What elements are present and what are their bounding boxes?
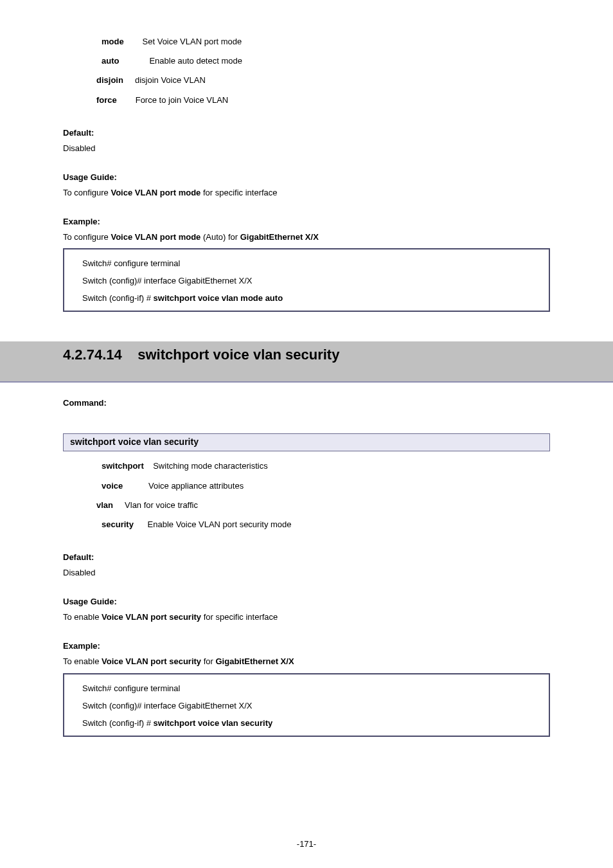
bold-text: GigabitEthernet X/X [215, 656, 294, 666]
code-bold: switchport voice vlan security [154, 718, 273, 728]
syntax-keyword: mode [102, 37, 124, 46]
syntax-line: switchport Switching mode characteristic… [102, 460, 550, 472]
syntax-desc: Set Voice VLAN port mode [124, 37, 242, 46]
syntax-desc: Vlan for voice traffic [113, 500, 198, 510]
syntax-keyword: auto [102, 56, 119, 66]
code-line: Switch (config)# interface GigabitEthern… [82, 701, 531, 710]
syntax-line: mode Set Voice VLAN port mode [102, 36, 550, 48]
text: To configure [63, 188, 111, 197]
usage-text: To configure Voice VLAN port mode for sp… [63, 187, 550, 199]
text: for specific interface [201, 612, 278, 622]
code-line: Switch (config)# interface GigabitEthern… [82, 276, 531, 285]
text: for specific interface [200, 188, 277, 197]
bold-text: Voice VLAN port security [102, 656, 201, 666]
command-subheader: switchport voice vlan security [63, 433, 550, 451]
code-box-1: Switch# configure terminal Switch (confi… [63, 248, 550, 312]
syntax-keyword: vlan [96, 500, 113, 510]
usage-label: Usage Guide: [63, 172, 550, 182]
syntax-desc: Enable Voice VLAN port security mode [134, 520, 292, 529]
example-label: Example: [63, 641, 550, 651]
bold-text: Voice VLAN port mode [111, 188, 200, 197]
example-text: To enable Voice VLAN port security for G… [63, 656, 550, 667]
text: To configure [63, 232, 111, 242]
syntax-desc: Voice appliance attributes [123, 481, 244, 491]
syntax-desc: Enable auto detect mode [119, 56, 242, 66]
syntax-desc: Force to join Voice VLAN [117, 95, 228, 105]
section-title: 4.2.74.14 switchport voice vlan security [63, 347, 339, 363]
code-line: Switch# configure terminal [82, 258, 531, 268]
text: To enable [63, 612, 102, 622]
code-line: Switch (config-if) # switchport voice vl… [82, 293, 531, 303]
code-pre: Switch (config-if) # [82, 718, 154, 728]
default-value: Disabled [63, 567, 550, 579]
syntax-desc: Switching mode characteristics [144, 461, 268, 471]
page-number: -171- [0, 839, 613, 849]
code-bold: switchport voice vlan mode auto [154, 293, 283, 303]
code-box-2: Switch# configure terminal Switch (confi… [63, 673, 550, 737]
code-line: Switch (config-if) # switchport voice vl… [82, 718, 531, 728]
syntax-desc: disjoin Voice VLAN [123, 75, 206, 85]
syntax-line: vlan Vlan for voice traffic [96, 500, 550, 511]
syntax-line: force Force to join Voice VLAN [96, 95, 550, 106]
syntax-keyword: switchport [102, 461, 144, 471]
example-label: Example: [63, 217, 550, 226]
syntax-line: voice Voice appliance attributes [102, 480, 550, 492]
example-text: To configure Voice VLAN port mode (Auto)… [63, 231, 550, 243]
syntax-line: security Enable Voice VLAN port security… [102, 519, 550, 530]
default-value: Disabled [63, 143, 550, 154]
bold-text: Voice VLAN port security [102, 612, 201, 622]
code-pre: Switch (config-if) # [82, 293, 154, 303]
text: To enable [63, 656, 102, 666]
usage-text: To enable Voice VLAN port security for s… [63, 611, 550, 623]
text: (Auto) for [200, 232, 240, 242]
code-line: Switch# configure terminal [82, 683, 531, 693]
text: for [201, 656, 215, 666]
section-header-bar: 4.2.74.14 switchport voice vlan security [0, 341, 613, 383]
syntax-keyword: security [102, 520, 134, 529]
default-label: Default: [63, 552, 550, 562]
syntax-keyword: force [96, 95, 117, 105]
syntax-line: auto Enable auto detect mode [102, 55, 550, 67]
syntax-block-1: mode Set Voice VLAN port mode auto Enabl… [63, 36, 550, 106]
syntax-line: disjoin disjoin Voice VLAN [96, 75, 550, 86]
bold-text: GigabitEthernet X/X [240, 232, 319, 242]
syntax-keyword: voice [102, 481, 123, 491]
command-label: Command: [63, 398, 550, 408]
syntax-keyword: disjoin [96, 75, 123, 85]
syntax-block-2: switchport Switching mode characteristic… [63, 460, 550, 530]
usage-label: Usage Guide: [63, 597, 550, 606]
default-label: Default: [63, 128, 550, 138]
command-name: switchport voice vlan security [70, 437, 199, 447]
bold-text: Voice VLAN port mode [111, 232, 200, 242]
